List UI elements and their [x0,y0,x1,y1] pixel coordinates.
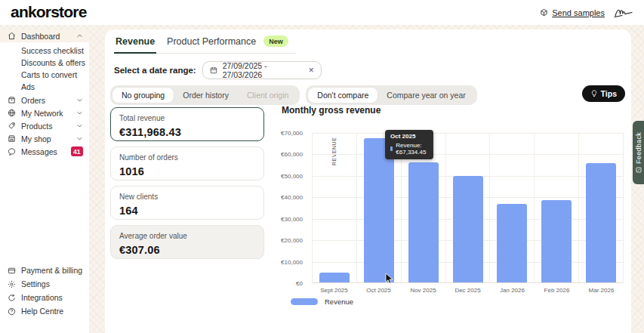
revenue-bar[interactable] [364,138,394,282]
signature-scribble-icon [614,6,633,20]
x-tick-label: Oct 2025 [356,287,401,294]
y-axis-ticks: €70,000€60,000€50,000€40,000€30,000€20,0… [253,133,307,283]
chevron-down-icon [76,97,83,103]
new-badge: New [263,35,288,47]
grouping-client-origin[interactable]: Client origin [238,88,297,103]
feedback-label: Feedback [635,132,642,164]
tooltip-value: Revenue: €67,334.45 [396,142,428,156]
y-tick-label: €20,000 [281,237,303,244]
sidebar-item-label: My Network [21,109,71,118]
sidebar-item-messages[interactable]: Messages 41 [0,145,89,158]
package-icon [540,8,548,17]
revenue-bar[interactable] [408,162,439,283]
chart-legend: Revenue [291,298,353,306]
sidebar-item-label: Products [21,122,71,131]
stat-value: 164 [119,205,255,217]
ankorstore-logo[interactable]: ankorstore [11,3,87,21]
chat-bubble-icon [8,147,16,156]
sidebar-nav: Dashboard Success checklist Discounts & … [0,29,89,333]
home-icon [8,32,16,40]
date-range-value: 27/09/2025 - 27/03/2026 [223,61,304,79]
tooltip-title: Oct 2025 [390,133,428,140]
sidebar-item-payment-billing[interactable]: Payment & billing [0,264,89,277]
feedback-tab[interactable]: Feedback [633,121,644,184]
grouping-order-history[interactable]: Order history [174,88,238,103]
sidebar-item-my-shop[interactable]: My shop [0,132,89,145]
y-tick-label: €40,000 [281,194,303,201]
filter-row: No grouping Order history Client origin … [110,85,477,105]
x-tick-label: Sept 2025 [312,287,356,294]
x-tick-label: Nov 2025 [401,287,445,294]
sidebar-item-orders[interactable]: Orders [0,94,89,106]
compare-year-on-year[interactable]: Compare year on year [377,88,474,103]
stat-card-new-clients[interactable]: New clients 164 [110,186,264,220]
chart-tooltip: Oct 2025 Revenue: €67,334.45 [385,130,433,159]
stat-label: Total revenue [119,114,255,122]
compare-dont-compare[interactable]: Don't compare [308,88,377,103]
tips-label: Tips [601,89,617,98]
gear-icon [8,280,16,288]
clear-date-icon[interactable]: × [309,66,314,75]
x-axis-ticks: Sept 2025Oct 2025Nov 2025Dec 2025Jan 202… [312,287,624,294]
tab-revenue[interactable]: Revenue [116,36,155,47]
stats-column: Total revenue €311,968.43 Number of orde… [110,107,264,259]
sidebar-item-products[interactable]: Products [0,119,89,132]
top-header: ankorstore Send samples [0,0,644,25]
sidebar-item-help-centre[interactable]: Help Centre [0,304,89,318]
tips-button[interactable]: Tips [582,85,625,102]
sidebar-item-label: Dashboard [21,32,71,41]
stat-card-number-of-orders[interactable]: Number of orders 1016 [110,146,264,180]
x-tick-label: Dec 2025 [445,287,490,294]
sidebar-item-label: Integrations [21,293,83,302]
date-range-label: Select a date range: [114,66,196,75]
tab-product-performance[interactable]: Product Performance [167,36,256,47]
revenue-bar[interactable] [586,163,616,282]
chart-column[interactable] [535,133,579,282]
revenue-bar[interactable] [453,176,483,282]
revenue-bar[interactable] [319,273,350,282]
date-range-input[interactable]: 27/09/2025 - 27/03/2026 × [202,61,322,79]
chart-title: Monthly gross revenue [282,105,381,116]
credit-card-icon [8,267,16,275]
chart-column[interactable] [490,133,535,282]
messages-count-badge: 41 [71,146,83,156]
mouse-cursor [385,273,394,285]
sidebar-item-my-network[interactable]: My Network [0,106,89,119]
grouping-segmented-control: No grouping Order history Client origin [110,85,300,105]
sidebar-item-discounts-offers[interactable]: Discounts & offers [0,54,89,66]
revenue-bar[interactable] [497,204,527,282]
feedback-pencil-icon [636,167,642,173]
chart-plot [312,133,624,283]
calendar-icon [210,66,217,74]
sidebar-item-carts-to-convert[interactable]: Carts to convert [0,66,89,79]
chart-column[interactable] [446,133,491,282]
analytics-tabs: Revenue Product Performance New [114,35,296,54]
sync-icon [8,294,16,302]
tag-icon [8,122,16,130]
chevron-down-icon [76,135,83,142]
stat-value: 1016 [119,165,255,177]
y-tick-label: €30,000 [281,215,303,222]
grouping-no-grouping[interactable]: No grouping [112,88,174,103]
stat-card-total-revenue[interactable]: Total revenue €311,968.43 [110,107,264,141]
chart-column[interactable] [313,133,357,282]
sidebar-item-label: Orders [21,96,71,105]
y-tick-label: €60,000 [281,151,303,158]
sidebar-item-integrations[interactable]: Integrations [0,291,89,304]
main-panel: Revenue Product Performance New Select a… [105,29,631,333]
stat-card-average-order-value[interactable]: Average order value €307.06 [110,225,264,259]
stat-label: New clients [119,193,255,201]
chevron-down-icon [76,122,83,129]
revenue-bar[interactable] [541,200,572,282]
sidebar-item-settings[interactable]: Settings [0,277,89,291]
globe-icon [8,109,16,117]
sidebar-item-ads[interactable]: Ads [0,79,89,91]
send-samples-link[interactable]: Send samples [540,8,605,17]
chart-column[interactable] [579,133,623,282]
sidebar-item-success-checklist[interactable]: Success checklist [0,42,89,54]
x-tick-label: Mar 2026 [579,287,624,294]
sidebar-item-label: Messages [21,147,66,156]
x-tick-label: Jan 2026 [490,287,535,294]
sidebar-item-dashboard[interactable]: Dashboard [0,29,89,42]
stat-value: €307.06 [119,244,255,256]
